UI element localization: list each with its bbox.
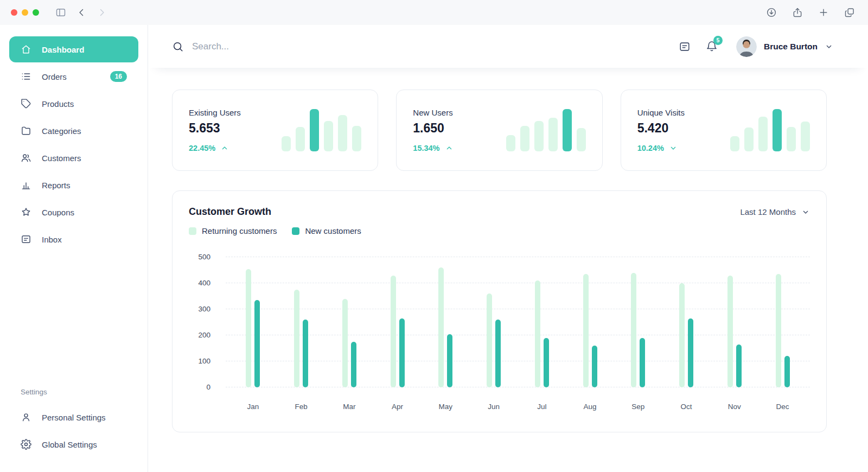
sidebar-item-customers[interactable]: Customers [9, 145, 138, 171]
spark-bar [506, 135, 515, 151]
plus-icon[interactable] [816, 5, 831, 20]
x-axis-label: Apr [392, 403, 403, 411]
x-axis-label: Jul [537, 403, 546, 411]
sparkline-chart [506, 109, 586, 151]
sidebar-item-orders[interactable]: Orders 16 [9, 63, 138, 90]
avatar [736, 36, 757, 57]
spark-bar [801, 122, 810, 151]
search-box [172, 41, 678, 53]
stat-cards-row: Existing Users 5.653 22.45% New Users 1. [172, 90, 827, 171]
y-axis-label: 400 [198, 279, 210, 287]
stat-change-value: 10.24% [637, 144, 664, 152]
y-axis-label: 300 [198, 305, 210, 313]
chevron-right-icon[interactable] [94, 5, 110, 20]
sparkline-chart [282, 109, 361, 151]
stat-change-value: 15.34% [413, 144, 439, 152]
chart-plot: JanFebMarAprMayJunJulAugSepOctNovDec [226, 257, 810, 387]
notifications-bell-icon[interactable]: 5 [705, 40, 719, 54]
minimize-window-button[interactable] [22, 9, 28, 16]
close-window-button[interactable] [11, 9, 17, 16]
sidebar-item-personal-settings[interactable]: Personal Settings [9, 404, 138, 430]
user-menu[interactable]: Bruce Burton [736, 36, 833, 57]
returning-customers-bar [776, 274, 781, 387]
window-controls [11, 9, 39, 16]
stat-value: 5.653 [189, 121, 241, 136]
stat-value: 5.420 [637, 121, 685, 136]
list-icon [21, 71, 31, 82]
x-axis-label: Mar [343, 403, 355, 411]
new-customers-bar [736, 345, 742, 387]
new-customers-bar [495, 320, 501, 387]
x-axis-label: Dec [776, 403, 789, 411]
new-customers-bar [544, 338, 549, 387]
sidebar-item-reports[interactable]: Reports [9, 172, 138, 198]
new-customers-bar [303, 320, 308, 387]
chevron-left-icon[interactable] [74, 5, 89, 20]
chevron-down-icon[interactable] [825, 42, 833, 51]
new-customers-bar [399, 318, 405, 387]
share-icon[interactable] [790, 5, 805, 20]
stat-title: Unique Visits [637, 108, 685, 117]
bar-group-feb: Feb [294, 257, 308, 387]
home-icon [21, 44, 31, 55]
sidebar-item-global-settings[interactable]: Global Settings [9, 431, 138, 457]
returning-customers-bar [246, 269, 251, 387]
spark-bar [548, 118, 558, 151]
sidebar-item-categories[interactable]: Categories [9, 118, 138, 144]
new-customers-bar [784, 356, 790, 387]
search-icon [172, 41, 184, 53]
legend-swatch-returning [189, 227, 196, 235]
returning-customers-bar [631, 273, 636, 387]
sidebar-item-inbox[interactable]: Inbox [9, 226, 138, 252]
period-select[interactable]: Last 12 Months [740, 207, 810, 216]
legend-label: Returning customers [202, 226, 277, 235]
spark-bar [352, 126, 361, 151]
gear-icon [21, 439, 31, 450]
y-axis-label: 200 [198, 331, 210, 339]
download-icon[interactable] [764, 5, 779, 20]
notification-count-badge: 5 [713, 36, 723, 45]
sidebar-item-label: Products [42, 99, 74, 109]
sidebar-toggle-icon[interactable] [53, 5, 68, 20]
spark-bar [338, 115, 347, 151]
stat-change: 10.24% [637, 144, 685, 152]
bar-group-oct: Oct [679, 257, 693, 387]
sidebar-item-dashboard[interactable]: Dashboard [9, 36, 138, 62]
zoom-window-button[interactable] [33, 9, 39, 16]
spark-bar-highlight [563, 109, 572, 151]
sidebar-item-products[interactable]: Products [9, 91, 138, 117]
tabs-icon[interactable] [842, 5, 857, 20]
returning-customers-bar [535, 280, 540, 387]
stat-change-value: 22.45% [189, 144, 215, 152]
bar-chart: 0100200300400500 JanFebMarAprMayJunJulAu… [189, 257, 810, 387]
sidebar-item-label: Personal Settings [42, 413, 106, 422]
stat-card-unique-visits: Unique Visits 5.420 10.24% [621, 90, 827, 171]
new-customers-bar [351, 342, 356, 387]
returning-customers-bar [583, 274, 589, 387]
chart-legend: Returning customers New customers [189, 226, 810, 235]
bar-group-sep: Sep [631, 257, 645, 387]
sidebar-item-label: Reports [42, 181, 71, 190]
chat-icon [21, 234, 31, 245]
tag-icon [21, 98, 31, 109]
new-customers-bar [688, 318, 693, 387]
stat-title: New Users [413, 108, 453, 117]
spark-bar [296, 127, 305, 151]
returning-customers-bar [727, 276, 733, 387]
returning-customers-bar [438, 267, 444, 387]
sidebar-item-coupons[interactable]: Coupons [9, 199, 138, 225]
bar-chart-icon [21, 180, 31, 190]
legend-swatch-new [292, 227, 299, 235]
spark-bar [282, 136, 291, 151]
stat-card-existing-users: Existing Users 5.653 22.45% [172, 90, 378, 171]
sidebar-item-label: Orders [42, 72, 67, 81]
x-axis-label: Feb [295, 403, 307, 411]
sidebar-item-label: Coupons [42, 208, 74, 217]
legend-label: New customers [305, 226, 361, 235]
bar-group-mar: Mar [342, 257, 356, 387]
search-input[interactable] [192, 41, 420, 52]
settings-section-label: Settings [21, 388, 127, 396]
messages-icon[interactable] [678, 40, 692, 54]
stat-value: 1.650 [413, 121, 453, 136]
sidebar-item-label: Customers [42, 154, 81, 163]
